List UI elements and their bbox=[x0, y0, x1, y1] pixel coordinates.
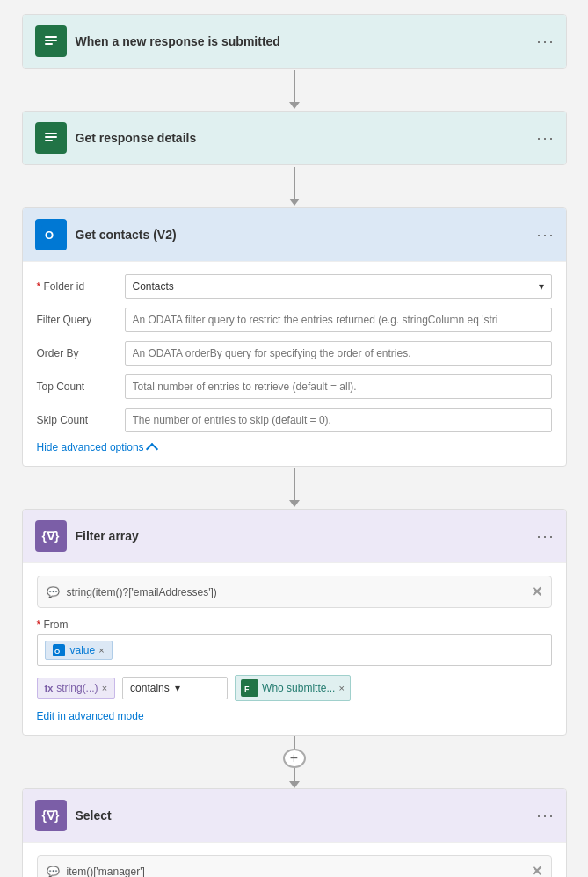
svg-rect-7 bbox=[45, 140, 53, 141]
plus-connector: + bbox=[283, 736, 306, 788]
step5-header: {∇} Select ··· bbox=[23, 789, 566, 842]
step3-more-button[interactable]: ··· bbox=[536, 226, 555, 244]
step2-more-button[interactable]: ··· bbox=[536, 129, 555, 148]
folder-id-value: Contacts bbox=[133, 280, 174, 293]
order-by-input[interactable] bbox=[125, 341, 552, 366]
arrow-2-head bbox=[289, 199, 300, 206]
folder-id-row: Folder id Contacts ▾ bbox=[37, 274, 552, 299]
step1-more-button[interactable]: ··· bbox=[536, 33, 555, 51]
skip-count-row: Skip Count bbox=[37, 408, 552, 432]
step4-expression-bar: 💬 string(item()?['emailAddresses']) ✕ bbox=[37, 576, 552, 608]
who-tag-label: Who submitte... bbox=[262, 682, 335, 694]
step1-card: When a new response is submitted ··· bbox=[22, 14, 567, 69]
who-icon: F bbox=[241, 679, 258, 697]
plus-line-top bbox=[294, 736, 295, 749]
string-tag-label: string(...) bbox=[56, 682, 98, 694]
step4-expression-close[interactable]: ✕ bbox=[531, 583, 542, 600]
step4-expression-text: string(item()?['emailAddresses']) bbox=[67, 586, 217, 598]
step3-card: O Get contacts (V2) ··· Folder id Contac… bbox=[22, 207, 567, 467]
svg-rect-5 bbox=[45, 133, 57, 134]
step3-title: Get contacts (V2) bbox=[76, 228, 177, 242]
plus-line-bottom bbox=[294, 768, 295, 781]
step4-title: Filter array bbox=[76, 529, 139, 543]
svg-text:O: O bbox=[54, 648, 60, 656]
value-tag-close[interactable]: × bbox=[98, 645, 104, 656]
chevron-down-icon: ▾ bbox=[539, 280, 544, 293]
step5-expression-bar: 💬 item()['manager'] ✕ bbox=[37, 855, 552, 877]
step2-icon bbox=[35, 122, 67, 154]
step3-icon: O bbox=[35, 219, 67, 250]
filter-query-row: Filter Query bbox=[37, 308, 552, 332]
step2-card: Get response details ··· bbox=[22, 111, 567, 165]
contains-label: contains bbox=[130, 682, 170, 694]
step2-header: Get response details ··· bbox=[23, 112, 566, 164]
skip-count-label: Skip Count bbox=[37, 414, 116, 426]
folder-id-select[interactable]: Contacts ▾ bbox=[125, 274, 552, 299]
value-tag: O value × bbox=[45, 641, 113, 660]
step1-icon bbox=[35, 25, 67, 57]
step5-more-button[interactable]: ··· bbox=[536, 807, 555, 825]
step4-header: {∇} Filter array ··· bbox=[23, 510, 566, 562]
svg-rect-6 bbox=[45, 136, 57, 138]
hide-advanced-button[interactable]: Hide advanced options bbox=[37, 441, 552, 453]
step1-header: When a new response is submitted ··· bbox=[23, 15, 566, 68]
arrow-3 bbox=[289, 467, 300, 509]
filter-conditions-row: fx string(...) × contains ▾ F Who sub bbox=[37, 675, 552, 701]
flow-container: When a new response is submitted ··· Get… bbox=[14, 14, 574, 877]
svg-rect-1 bbox=[45, 36, 57, 38]
arrow-1-line bbox=[294, 70, 295, 102]
step4-body: 💬 string(item()?['emailAddresses']) ✕ Fr… bbox=[23, 562, 566, 735]
svg-rect-2 bbox=[45, 40, 57, 41]
step4-card: {∇} Filter array ··· 💬 string(item()?['e… bbox=[22, 509, 567, 736]
top-count-input[interactable] bbox=[125, 374, 552, 399]
top-count-label: Top Count bbox=[37, 381, 116, 393]
svg-text:F: F bbox=[244, 685, 250, 693]
step4-icon: {∇} bbox=[35, 520, 67, 552]
step5-body: 💬 item()['manager'] ✕ From Body × Map bbox=[23, 842, 566, 877]
arrow-2 bbox=[289, 165, 300, 207]
step2-title: Get response details bbox=[76, 131, 197, 145]
who-tag-close[interactable]: × bbox=[338, 683, 344, 693]
from-field-row: From O value × bbox=[37, 619, 552, 666]
step5-title: Select bbox=[76, 808, 112, 823]
edit-advanced-button[interactable]: Edit in advanced mode bbox=[37, 710, 144, 722]
step5-expression-text: item()['manager'] bbox=[67, 866, 145, 878]
contains-select[interactable]: contains ▾ bbox=[122, 677, 228, 699]
arrow-2-line bbox=[294, 167, 295, 199]
from-input[interactable]: O value × bbox=[37, 634, 552, 666]
arrow-1 bbox=[289, 69, 300, 111]
string-tag-close[interactable]: × bbox=[102, 683, 107, 693]
step3-header: O Get contacts (V2) ··· bbox=[23, 208, 566, 261]
hide-advanced-label: Hide advanced options bbox=[37, 441, 144, 453]
contains-chevron-icon: ▾ bbox=[175, 682, 180, 694]
filter-query-input[interactable] bbox=[125, 308, 552, 332]
order-by-row: Order By bbox=[37, 341, 552, 366]
from-label: From bbox=[37, 619, 552, 631]
arrow-3-head bbox=[289, 500, 300, 507]
step5-expression-close[interactable]: ✕ bbox=[531, 863, 542, 877]
string-condition-tag: fx string(...) × bbox=[37, 678, 116, 699]
comment-icon: 💬 bbox=[47, 586, 60, 598]
svg-text:O: O bbox=[45, 228, 54, 242]
skip-count-input[interactable] bbox=[125, 408, 552, 432]
step4-more-button[interactable]: ··· bbox=[536, 527, 555, 546]
value-tag-label: value bbox=[70, 644, 96, 656]
step5-card: {∇} Select ··· 💬 item()['manager'] ✕ Fro… bbox=[22, 788, 567, 877]
top-count-row: Top Count bbox=[37, 374, 552, 399]
filter-query-label: Filter Query bbox=[37, 314, 116, 326]
chevron-up-icon bbox=[146, 442, 158, 454]
step1-title: When a new response is submitted bbox=[76, 34, 280, 48]
step3-body: Folder id Contacts ▾ Filter Query Order … bbox=[23, 261, 566, 466]
folder-id-label: Folder id bbox=[37, 280, 116, 293]
plus-arrow bbox=[289, 781, 300, 788]
step5-comment-icon: 💬 bbox=[47, 866, 60, 878]
arrow-3-line bbox=[294, 468, 295, 500]
step5-icon: {∇} bbox=[35, 800, 67, 831]
order-by-label: Order By bbox=[37, 347, 116, 359]
plus-button[interactable]: + bbox=[283, 749, 306, 768]
arrow-1-head bbox=[289, 102, 300, 109]
svg-rect-3 bbox=[45, 43, 53, 45]
who-submitted-tag: F Who submitte... × bbox=[235, 675, 351, 701]
